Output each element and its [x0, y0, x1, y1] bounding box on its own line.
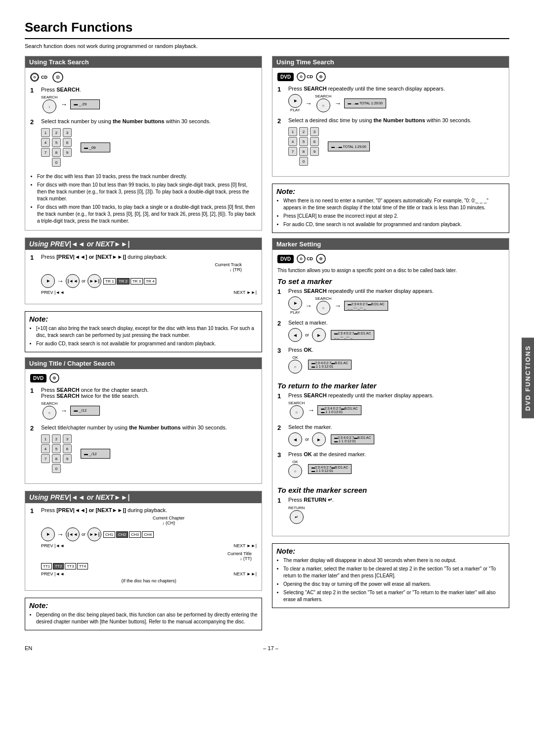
svg-point-0 [31, 74, 38, 81]
time-search-step2: 2 Select a desired disc time by using th… [277, 117, 504, 169]
prev-next2-chapter-diagram: ▶ → |◄◄ or ►►| CH1 CH2 CH3 CH4 [41, 527, 257, 541]
prev-btn2: |◄◄ [66, 527, 80, 541]
svg-point-9 [300, 76, 302, 78]
search-button-diagram: ↓ [43, 99, 56, 113]
exit-marker-title: To exit the marker screen [277, 486, 504, 494]
dvd-icon3: DVD [277, 255, 294, 263]
track-search-device-icons: CD [30, 72, 257, 83]
dvd-functions-tab: DVD FUNCTIONS [522, 338, 534, 419]
track-boxes: TR 1 TR 2 TR 3 TR 4 [103, 278, 156, 284]
marker-setting-section: Marker Setting DVD CD [272, 238, 509, 536]
time-search-step1: 1 Press SEARCH repeatedly until the time… [277, 86, 504, 114]
next-btn2: ►►| [88, 527, 101, 541]
using-track-search-header: Using Track Search [25, 56, 262, 68]
number-grid: 1 2 3 4 5 6 7 8 9 0 [41, 128, 73, 167]
time-search-device-icons: DVD CD [277, 72, 504, 82]
prev-next-diagram: ▶ → |◄◄ or ►►| TR 1 TR 2 TR 3 TR 4 [41, 274, 257, 288]
svg-point-7 [54, 378, 55, 378]
note-box-1: Note: [+10] can also bring the track sea… [25, 311, 262, 352]
footer-left: EN [25, 645, 32, 651]
marker-setting-header: Marker Setting [272, 238, 509, 250]
set-marker-title: To set a marker [277, 277, 504, 285]
svg-point-17 [320, 258, 321, 259]
svg-point-1 [34, 76, 36, 78]
note-1-bullets: [+10] can also bring the track search di… [29, 325, 258, 347]
using-track-search-section: Using Track Search CD [25, 56, 262, 231]
svg-point-12 [320, 76, 321, 77]
return-marker-subsection: To return to the marker later 1 Press SE… [277, 381, 504, 480]
page-footer: EN – 17 – [25, 645, 509, 651]
prev-next1-step1: 1 Press [PREV|◄◄] or [NEXT►►|] during pl… [30, 254, 257, 297]
display-step2: ▬ _09 [81, 142, 110, 152]
play-button: ▶ [41, 274, 55, 288]
title-chapter-header: Using Title / Chapter Search [25, 358, 262, 369]
dvd-icon2: DVD [277, 73, 294, 81]
dvd-icon: DVD [30, 374, 46, 382]
page-title: Search Functions [25, 20, 509, 39]
marker-device-icons: DVD CD [277, 254, 504, 264]
step1-diagram: SEARCH ↓ → ▬ _.29 [41, 95, 257, 113]
title-chapter-step2-diagram: 1 2 3 4 5 6 7 8 9 0 [41, 433, 257, 474]
prev-next2-step1: 1 Press [PREV|◄◄] or [NEXT►►|] during pl… [30, 507, 257, 583]
track-search-step2: 2 Select track number by using the Numbe… [30, 118, 257, 170]
track-search-bullets: For the disc with less than 10 tracks, p… [30, 173, 257, 225]
using-title-chapter-section: Using Title / Chapter Search DVD 1 [25, 357, 262, 484]
play-btn2: ▶ [41, 527, 55, 541]
return-marker-title: To return to the marker later [277, 381, 504, 390]
footer-center: – 17 – [263, 645, 278, 651]
display-step1: ▬ _.29 [70, 99, 100, 109]
prev-next-2-header: Using PREV|◄◄ or NEXT►►| [25, 491, 262, 503]
time-search-header: Using Time Search [272, 56, 509, 68]
using-time-search-section: Using Time Search DVD CD [272, 56, 509, 177]
title-chapter-step1: 1 Press SEARCH once for the chapter sear… [30, 387, 257, 422]
svg-point-4 [57, 77, 58, 78]
next-button: ►►| [88, 274, 101, 288]
title-chapter-step1-diagram: SEARCH ○ → ▬ _/12 [41, 401, 257, 420]
using-prev-next-1-section: Using PREV|◄◄ or NEXT►►| 1 Press [PREV|◄… [25, 237, 262, 304]
cd-disc-icon [30, 73, 39, 82]
subtitle: Search function does not work during pro… [25, 43, 509, 49]
marker-intro: This function allows you to assign a spe… [277, 268, 504, 273]
note-marker: Note: The marker display will disappear … [272, 543, 509, 608]
svg-point-13 [297, 255, 305, 263]
note-box-2: Note: Depending on the disc being played… [25, 598, 262, 630]
using-prev-next-2-section: Using PREV|◄◄ or NEXT►►| 1 Press [PREV|◄… [25, 491, 262, 591]
svg-point-14 [300, 258, 302, 260]
exit-marker-subsection: To exit the marker screen 1 Press RETURN… [277, 486, 504, 526]
note-time-search: Note: When there is no need to enter a n… [272, 184, 509, 233]
title-chapter-device-icons: DVD [30, 373, 257, 383]
prev-next-1-header: Using PREV|◄◄ or NEXT►►| [25, 238, 262, 250]
step2-diagram: 1 2 3 4 5 6 7 8 9 0 [41, 127, 257, 168]
svg-point-8 [297, 73, 305, 81]
set-marker-subsection: To set a marker 1 Press SEARCH repeatedl… [277, 277, 504, 376]
track-search-step1: 1 Press SEARCH. SEARCH ↓ → ▬ _.29 [30, 87, 257, 115]
title-chapter-step2: 2 Select title/chapter number by using t… [30, 425, 257, 476]
prev-button: |◄◄ [66, 274, 80, 288]
